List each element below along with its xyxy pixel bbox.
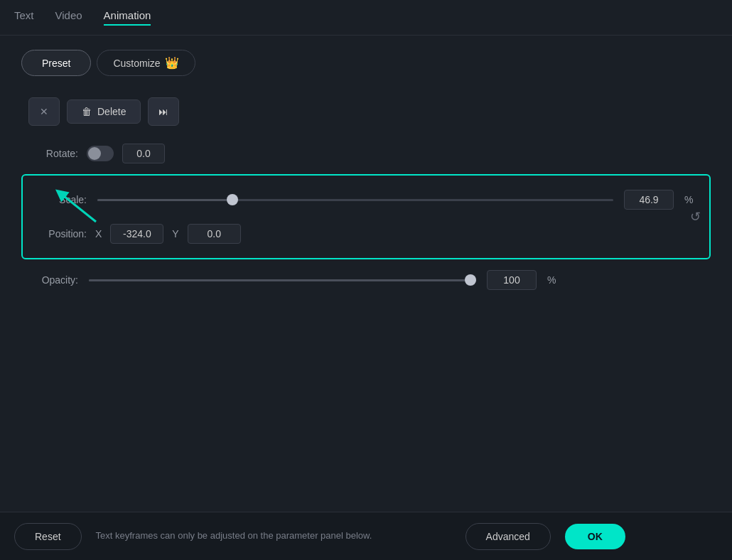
opacity-slider-container[interactable] [89, 273, 476, 287]
delete-button[interactable]: 🗑 Delete [67, 99, 141, 124]
opacity-fill [89, 279, 476, 281]
position-row: Position: X -324.0 Y 0.0 [37, 224, 695, 244]
scale-value[interactable]: 46.9 [624, 190, 674, 210]
highlighted-controls-box: Scale: 46.9 % Position: X -324.0 Y 0.0 [21, 174, 711, 259]
scale-row: Scale: 46.9 % [37, 190, 695, 210]
opacity-label: Opacity: [28, 274, 78, 286]
tab-video[interactable]: Video [55, 9, 82, 26]
opacity-value[interactable]: 100 [487, 270, 537, 290]
scale-thumb[interactable] [227, 194, 238, 205]
tab-text[interactable]: Text [14, 9, 34, 26]
button-row: ✕ 🗑 Delete ⏭ [28, 97, 711, 126]
skip-button[interactable]: ⏭ [148, 97, 179, 126]
y-position-input[interactable]: 0.0 [188, 224, 241, 244]
advanced-button[interactable]: Advanced [465, 523, 551, 550]
scale-unit: % [684, 194, 695, 205]
trash-icon: 🗑 [82, 106, 92, 117]
reset-button[interactable]: Reset [14, 523, 82, 550]
preset-toggle-btn[interactable]: Preset [21, 50, 91, 76]
opacity-track [89, 279, 476, 281]
scale-track [97, 199, 613, 201]
rotate-value[interactable]: 0.0 [122, 144, 165, 163]
info-text: Text keyframes can only be adjusted on t… [96, 529, 451, 542]
rotate-label: Rotate: [28, 148, 78, 159]
y-coord-label: Y [172, 228, 178, 239]
opacity-thumb[interactable] [465, 274, 476, 286]
position-label: Position: [37, 228, 87, 239]
controls-section: ✕ 🗑 Delete ⏭ Rotate: 0.0 Scale: [21, 97, 711, 290]
position-reset-icon[interactable]: ↺ [690, 209, 701, 225]
top-tabs-bar: Text Video Animation [0, 0, 732, 36]
ok-button[interactable]: OK [565, 524, 625, 549]
tab-animation[interactable]: Animation [104, 9, 151, 26]
x-coord-label: X [95, 228, 102, 239]
crown-icon: 👑 [165, 56, 179, 70]
main-content: Preset Customize 👑 ✕ 🗑 Delete [0, 36, 732, 304]
toggle-knob [88, 147, 101, 160]
scale-label: Scale: [37, 194, 87, 205]
opacity-row: Opacity: 100 % [28, 270, 711, 290]
scale-fill [97, 199, 227, 201]
x-position-input[interactable]: -324.0 [110, 224, 163, 244]
scale-slider-container[interactable] [97, 193, 613, 207]
opacity-unit: % [547, 274, 558, 286]
rotate-row: Rotate: 0.0 [28, 144, 711, 163]
left-icon-btn[interactable]: ✕ [28, 97, 60, 126]
customize-toggle-btn[interactable]: Customize 👑 [97, 50, 195, 76]
rotate-toggle[interactable] [87, 146, 114, 161]
skip-icon: ⏭ [158, 106, 168, 117]
bottom-bar: Reset Text keyframes can only be adjuste… [0, 512, 732, 560]
x-icon: ✕ [40, 106, 48, 117]
customize-label: Customize [113, 58, 160, 69]
delete-label: Delete [97, 106, 126, 117]
toggle-bar: Preset Customize 👑 [21, 50, 711, 76]
